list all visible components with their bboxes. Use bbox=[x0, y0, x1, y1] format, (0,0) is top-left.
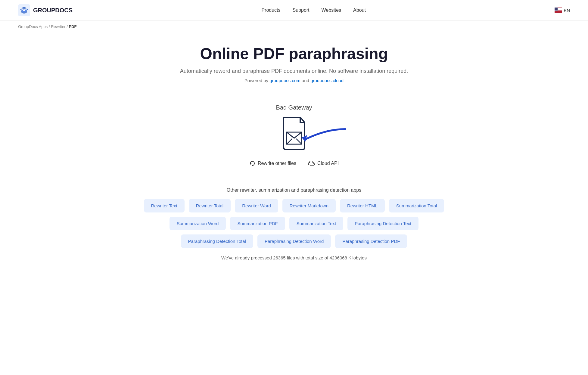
svg-point-17 bbox=[556, 10, 556, 10]
btn-summarization-total[interactable]: Summarization Total bbox=[389, 199, 444, 212]
btn-paraphrasing-detection-total[interactable]: Paraphrasing Detection Total bbox=[181, 234, 253, 248]
other-apps-section: Other rewriter, summarization and paraph… bbox=[0, 178, 588, 266]
btn-rewriter-html[interactable]: Rewriter HTML bbox=[340, 199, 385, 212]
svg-point-14 bbox=[556, 9, 556, 9]
btn-summarization-text[interactable]: Summarization Text bbox=[289, 217, 343, 230]
nav-support[interactable]: Support bbox=[293, 8, 310, 13]
stats-text: We've already processed 26365 files with… bbox=[18, 255, 570, 260]
btn-rewriter-word[interactable]: Rewriter Word bbox=[235, 199, 278, 212]
btn-rewriter-text[interactable]: Rewriter Text bbox=[144, 199, 185, 212]
upload-area: Bad Gateway Rewrite other files bbox=[0, 92, 588, 178]
svg-point-18 bbox=[557, 10, 557, 10]
app-buttons-row3: Paraphrasing Detection Total Paraphrasin… bbox=[18, 234, 570, 248]
hero-subtitle: Automatically reword and paraphrase PDF … bbox=[6, 68, 582, 74]
header: GROUPDOCS Products Support Websites Abou… bbox=[0, 0, 588, 21]
cloud-icon bbox=[308, 161, 315, 166]
main-nav: Products Support Websites About bbox=[261, 8, 366, 13]
svg-point-13 bbox=[555, 9, 555, 9]
btn-rewriter-total[interactable]: Rewriter Total bbox=[189, 199, 231, 212]
cloud-api-link[interactable]: Cloud API bbox=[308, 161, 339, 166]
rewrite-icon bbox=[249, 160, 255, 166]
nav-products[interactable]: Products bbox=[261, 8, 280, 13]
logo-icon bbox=[18, 4, 30, 16]
breadcrumb-current: PDF bbox=[69, 24, 76, 29]
rewrite-label: Rewrite other files bbox=[258, 161, 296, 166]
hero-section: Online PDF paraphrasing Automatically re… bbox=[0, 33, 588, 92]
nav-about[interactable]: About bbox=[353, 8, 366, 13]
svg-point-16 bbox=[555, 10, 555, 10]
btn-paraphrasing-detection-text[interactable]: Paraphrasing Detection Text bbox=[347, 217, 418, 230]
flag-icon bbox=[555, 8, 562, 13]
svg-point-15 bbox=[557, 9, 557, 9]
app-buttons-row1: Rewriter Text Rewriter Total Rewriter Wo… bbox=[18, 199, 570, 212]
svg-rect-8 bbox=[555, 12, 562, 12]
nav-websites[interactable]: Websites bbox=[322, 8, 341, 13]
groupdocs-com-link[interactable]: groupdocs.com bbox=[269, 78, 300, 83]
svg-point-3 bbox=[23, 9, 25, 11]
btn-paraphrasing-detection-word[interactable]: Paraphrasing Detection Word bbox=[257, 234, 331, 248]
rewrite-other-files-link[interactable]: Rewrite other files bbox=[249, 160, 296, 166]
breadcrumb-rewriter[interactable]: Rewriter bbox=[51, 24, 65, 29]
page-title: Online PDF paraphrasing bbox=[6, 45, 582, 63]
svg-point-11 bbox=[556, 8, 556, 8]
svg-point-12 bbox=[557, 8, 557, 8]
btn-rewriter-markdown[interactable]: Rewriter Markdown bbox=[282, 199, 336, 212]
logo[interactable]: GROUPDOCS bbox=[18, 4, 73, 16]
powered-and: and bbox=[300, 78, 310, 83]
svg-rect-7 bbox=[555, 11, 562, 11]
powered-prefix: Powered by bbox=[244, 78, 269, 83]
btn-paraphrasing-detection-pdf[interactable]: Paraphrasing Detection PDF bbox=[335, 234, 407, 248]
btn-summarization-pdf[interactable]: Summarization PDF bbox=[230, 217, 285, 230]
lang-label: EN bbox=[564, 8, 570, 13]
section-title: Other rewriter, summarization and paraph… bbox=[18, 188, 570, 193]
upload-icons-container bbox=[281, 117, 308, 150]
breadcrumb-apps[interactable]: GroupDocs Apps bbox=[18, 24, 48, 29]
app-buttons-row2: Summarization Word Summarization PDF Sum… bbox=[18, 217, 570, 230]
logo-text: GROUPDOCS bbox=[33, 7, 73, 14]
groupdocs-cloud-link[interactable]: groupdocs.cloud bbox=[310, 78, 344, 83]
bad-gateway-text: Bad Gateway bbox=[276, 104, 312, 111]
btn-summarization-word[interactable]: Summarization Word bbox=[170, 217, 226, 230]
cloud-api-label: Cloud API bbox=[317, 161, 339, 166]
svg-point-10 bbox=[555, 8, 555, 8]
breadcrumb: GroupDocs Apps / Rewriter / PDF bbox=[0, 21, 588, 33]
language-selector[interactable]: EN bbox=[555, 8, 570, 13]
arrow-icon bbox=[302, 126, 347, 144]
powered-by: Powered by groupdocs.com and groupdocs.c… bbox=[6, 78, 582, 83]
action-links: Rewrite other files Cloud API bbox=[249, 160, 339, 166]
